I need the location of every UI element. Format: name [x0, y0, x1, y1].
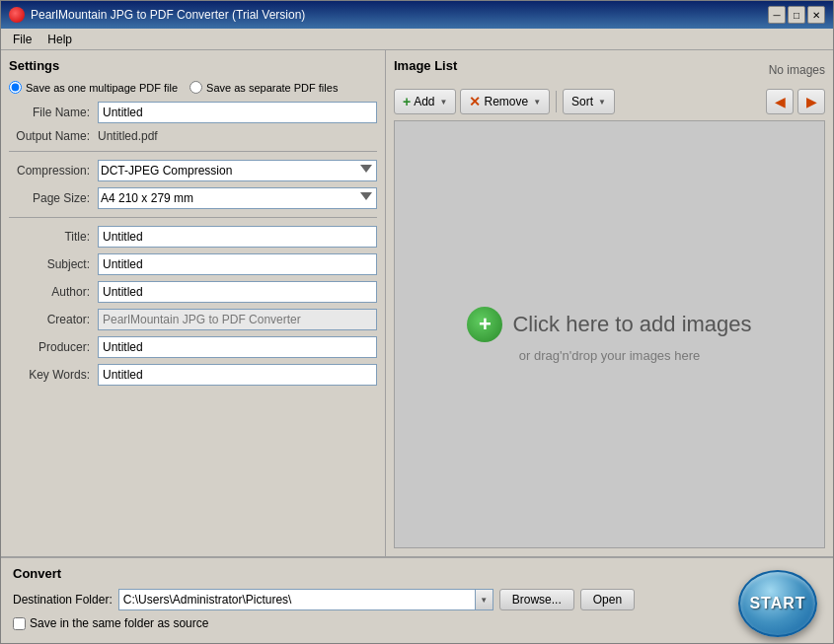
app-icon — [9, 7, 25, 23]
producer-row: Producer: — [9, 336, 377, 358]
compression-row: Compression: DCT-JPEG Compression Flate … — [9, 160, 377, 181]
radio-multipage[interactable] — [9, 81, 22, 94]
settings-title: Settings — [9, 58, 377, 73]
toolbar-separator — [556, 91, 557, 112]
arrow-left-button[interactable]: ◀ — [766, 89, 794, 114]
dest-label: Destination Folder: — [13, 593, 113, 607]
drop-main-text: Click here to add images — [512, 312, 751, 337]
dest-input-container: ▼ — [118, 589, 493, 610]
author-row: Author: — [9, 281, 377, 303]
remove-dropdown-arrow: ▼ — [533, 98, 541, 107]
dest-dropdown[interactable]: ▼ — [476, 589, 493, 610]
arrow-right-button[interactable]: ▶ — [797, 89, 825, 114]
maximize-button[interactable]: □ — [788, 6, 805, 24]
keywords-label: Key Words: — [9, 368, 98, 382]
title-label: Title: — [9, 230, 98, 244]
creator-row: Creator: — [9, 309, 377, 330]
image-panel: Image List No images + Add ▼ ✕ Remove ▼ … — [386, 50, 833, 556]
sort-dropdown-arrow: ▼ — [598, 98, 606, 107]
image-panel-header: Image List No images — [394, 58, 825, 81]
author-label: Author: — [9, 285, 98, 299]
radio-separate-option[interactable]: Save as separate PDF files — [190, 81, 338, 94]
titlebar-left: PearlMountain JPG to PDF Converter (Tria… — [9, 7, 305, 23]
creator-label: Creator: — [9, 313, 98, 326]
convert-panel: Convert Destination Folder: ▼ Browse... … — [1, 556, 833, 644]
compression-label: Compression: — [9, 164, 98, 178]
divider-1 — [9, 151, 377, 152]
browse-button[interactable]: Browse... — [499, 589, 574, 610]
titlebar-title: PearlMountain JPG to PDF Converter (Tria… — [31, 8, 305, 22]
start-button[interactable]: START — [738, 570, 817, 637]
titlebar-buttons: ─ □ ✕ — [768, 6, 825, 24]
add-icon: + — [403, 94, 411, 109]
start-label: START — [749, 595, 805, 612]
subject-label: Subject: — [9, 257, 98, 271]
minimize-button[interactable]: ─ — [768, 6, 786, 24]
pagesize-label: Page Size: — [9, 191, 98, 205]
outputname-row: Output Name: Untitled.pdf — [9, 129, 377, 143]
menu-help[interactable]: Help — [39, 31, 80, 48]
outputname-value: Untitled.pdf — [98, 129, 158, 143]
no-images-label: No images — [769, 63, 825, 77]
filename-row: File Name: — [9, 102, 377, 123]
author-input[interactable] — [98, 281, 377, 303]
keywords-row: Key Words: — [9, 364, 377, 386]
add-button[interactable]: + Add ▼ — [394, 89, 456, 114]
sort-button[interactable]: Sort ▼ — [563, 89, 615, 114]
sort-label: Sort — [571, 95, 593, 108]
filename-input[interactable] — [98, 102, 377, 123]
add-circle-icon: + — [467, 307, 502, 342]
subject-row: Subject: — [9, 253, 377, 275]
convert-title: Convert — [13, 566, 821, 581]
pagesize-row: Page Size: A4 210 x 279 mm Letter 216 x … — [9, 187, 377, 209]
arrow-right-icon: ▶ — [806, 94, 817, 109]
outputname-label: Output Name: — [9, 129, 98, 143]
titlebar: PearlMountain JPG to PDF Converter (Tria… — [1, 1, 833, 29]
convert-row: Destination Folder: ▼ Browse... Open — [13, 589, 821, 610]
subject-input[interactable] — [98, 253, 377, 275]
save-mode-group: Save as one multipage PDF file Save as s… — [9, 81, 377, 94]
divider-2 — [9, 217, 377, 218]
same-folder-checkbox[interactable] — [13, 617, 26, 630]
imagelist-title: Image List — [394, 58, 457, 73]
menubar: File Help — [1, 29, 833, 50]
title-input[interactable] — [98, 226, 377, 248]
image-toolbar: + Add ▼ ✕ Remove ▼ Sort ▼ ◀ ▶ — [394, 89, 825, 114]
close-button[interactable]: ✕ — [807, 6, 825, 24]
remove-icon: ✕ — [469, 94, 481, 109]
producer-label: Producer: — [9, 340, 98, 354]
add-dropdown-arrow: ▼ — [440, 98, 448, 107]
compression-select[interactable]: DCT-JPEG Compression Flate Compression L… — [98, 160, 377, 181]
open-button[interactable]: Open — [580, 589, 635, 610]
drop-area-content: + Click here to add images — [467, 307, 751, 342]
menu-file[interactable]: File — [5, 31, 39, 48]
dest-input[interactable] — [118, 589, 476, 610]
drop-area[interactable]: + Click here to add images or drag'n'dro… — [394, 120, 825, 548]
same-folder-row: Save in the same folder as source — [13, 616, 821, 630]
title-row: Title: — [9, 226, 377, 248]
add-label: Add — [414, 95, 434, 108]
remove-label: Remove — [484, 95, 528, 108]
producer-input[interactable] — [98, 336, 377, 358]
radio-multipage-label[interactable]: Save as one multipage PDF file — [26, 82, 178, 94]
same-folder-label[interactable]: Save in the same folder as source — [30, 616, 208, 630]
drop-sub-text: or drag'n'drop your images here — [519, 348, 700, 363]
filename-label: File Name: — [9, 106, 98, 119]
radio-multipage-option[interactable]: Save as one multipage PDF file — [9, 81, 178, 94]
radio-separate[interactable] — [190, 81, 202, 94]
remove-button[interactable]: ✕ Remove ▼ — [460, 89, 550, 114]
radio-separate-label[interactable]: Save as separate PDF files — [206, 82, 338, 94]
arrow-left-icon: ◀ — [775, 94, 786, 109]
keywords-input[interactable] — [98, 364, 377, 386]
creator-input — [98, 309, 377, 330]
settings-panel: Settings Save as one multipage PDF file … — [1, 50, 386, 556]
pagesize-select[interactable]: A4 210 x 279 mm Letter 216 x 279 mm A3 2… — [98, 187, 377, 209]
main-content: Settings Save as one multipage PDF file … — [1, 50, 833, 556]
